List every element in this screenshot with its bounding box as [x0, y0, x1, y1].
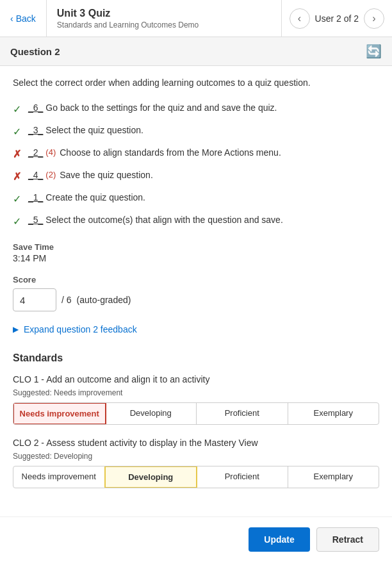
answer-item: ✗_4_(2) Save the quiz question. — [13, 169, 379, 185]
page-header: ‹ Back Unit 3 Quiz Standards and Learnin… — [0, 0, 392, 37]
footer: Update Retract — [0, 516, 392, 562]
check-icon: ✓ — [13, 124, 26, 140]
update-button[interactable]: Update — [249, 527, 309, 552]
save-time-value: 3:14 PM — [13, 253, 379, 263]
question-header-bar: Question 2 🔄 — [0, 37, 392, 66]
expand-feedback-label: Expand question 2 feedback — [24, 324, 137, 334]
answer-badge: (4) — [45, 146, 56, 159]
save-time-label: Save Time — [13, 242, 379, 252]
retract-button[interactable]: Retract — [316, 527, 379, 552]
prev-user-button[interactable]: ‹ — [290, 8, 310, 29]
answer-label: Save the quiz question. — [60, 169, 153, 182]
save-time-section: Save Time 3:14 PM — [13, 242, 379, 263]
standard-suggested: Suggested: Needs improvement — [13, 388, 379, 397]
chevron-left-icon: ‹ — [10, 13, 13, 24]
answer-label: Select the outcome(s) that align with th… — [45, 213, 282, 227]
rubric-row: Needs improvementDevelopingProficientExe… — [13, 402, 379, 425]
answer-list: ✓_6_Go back to the settings for the quiz… — [13, 101, 379, 229]
score-section: Score / 6 (auto-graded) — [13, 275, 379, 311]
rubric-cell[interactable]: Developing — [106, 403, 197, 424]
score-row: / 6 (auto-graded) — [13, 288, 379, 311]
cross-icon: ✗ — [13, 147, 26, 162]
answer-text-container: Go back to the settings for the quiz and… — [45, 101, 277, 115]
answer-item: ✓_3_Select the quiz question. — [13, 124, 379, 140]
question-title: Question 2 — [10, 46, 60, 57]
quiz-subtitle: Standards and Learning Outcomes Demo — [57, 21, 271, 29]
score-denom: / 6 — [61, 295, 72, 305]
standards-list: CLO 1 - Add an outcome and align it to a… — [13, 374, 379, 488]
rubric-cell[interactable]: Developing — [104, 466, 198, 488]
quiz-title: Unit 3 Quiz — [57, 8, 271, 19]
rubric-cell[interactable]: Needs improvement — [13, 402, 106, 425]
main-content: Select the correct order when adding lea… — [0, 66, 392, 511]
answer-item: ✓_1_Create the quiz question. — [13, 191, 379, 207]
answer-number: _3_ — [28, 124, 43, 137]
rubric-cell[interactable]: Proficient — [197, 466, 288, 488]
score-input[interactable] — [13, 288, 56, 311]
answer-label: Go back to the settings for the quiz and… — [45, 101, 277, 115]
answer-text-container: Select the outcome(s) that align with th… — [45, 213, 282, 227]
standard-name: CLO 2 - Assess student activity to displ… — [13, 438, 379, 448]
answer-number: _1_ — [28, 191, 43, 204]
answer-number: _2_ — [28, 146, 43, 160]
answer-number: _5_ — [28, 213, 43, 227]
back-button[interactable]: ‹ Back — [0, 0, 47, 37]
answer-text-container: (4) Choose to align standards from the M… — [45, 146, 281, 160]
user-nav: ‹ User 2 of 2 › — [281, 0, 392, 37]
answer-item: ✓_6_Go back to the settings for the quiz… — [13, 101, 379, 117]
check-icon: ✓ — [13, 192, 26, 207]
rubric-cell[interactable]: Exemplary — [288, 466, 379, 488]
standard-name: CLO 1 - Add an outcome and align it to a… — [13, 374, 379, 384]
answer-text-container: (2) Save the quiz question. — [45, 169, 152, 182]
answer-text-container: Create the quiz question. — [45, 191, 145, 204]
check-icon: ✓ — [13, 214, 26, 229]
score-auto: (auto-graded) — [77, 295, 131, 305]
back-label: Back — [16, 13, 36, 24]
rubric-cell[interactable]: Exemplary — [288, 403, 379, 424]
answer-item: ✓_5_Select the outcome(s) that align wit… — [13, 213, 379, 229]
rubric-row: Needs improvementDevelopingProficientExe… — [13, 466, 379, 488]
question-text: Select the correct order when adding lea… — [13, 76, 379, 90]
header-title-area: Unit 3 Quiz Standards and Learning Outco… — [47, 0, 281, 37]
score-label: Score — [13, 275, 379, 284]
answer-number: _6_ — [28, 101, 43, 115]
standards-section: Standards CLO 1 - Add an outcome and ali… — [13, 352, 379, 488]
cross-icon: ✗ — [13, 169, 26, 185]
standard-item: CLO 1 - Add an outcome and align it to a… — [13, 374, 379, 425]
standard-item: CLO 2 - Assess student activity to displ… — [13, 438, 379, 488]
user-label: User 2 of 2 — [315, 13, 359, 24]
expand-feedback-button[interactable]: ▶ Expand question 2 feedback — [13, 324, 137, 334]
rubric-cell[interactable]: Proficient — [197, 403, 288, 424]
answer-item: ✗_2_(4) Choose to align standards from t… — [13, 146, 379, 162]
standard-suggested: Suggested: Developing — [13, 452, 379, 461]
answer-label: Select the quiz question. — [45, 124, 143, 137]
answer-text-container: Select the quiz question. — [45, 124, 143, 137]
answer-label: Choose to align standards from the More … — [60, 146, 281, 160]
check-icon: ✓ — [13, 102, 26, 117]
next-user-button[interactable]: › — [364, 8, 384, 29]
answer-number: _4_ — [28, 169, 43, 182]
standards-title: Standards — [13, 352, 379, 364]
rubric-cell[interactable]: Needs improvement — [13, 466, 105, 488]
answer-badge: (2) — [45, 169, 56, 181]
chevron-right-icon: ▶ — [13, 325, 19, 334]
answer-label: Create the quiz question. — [45, 191, 145, 204]
spiral-icon: 🔄 — [366, 44, 382, 59]
